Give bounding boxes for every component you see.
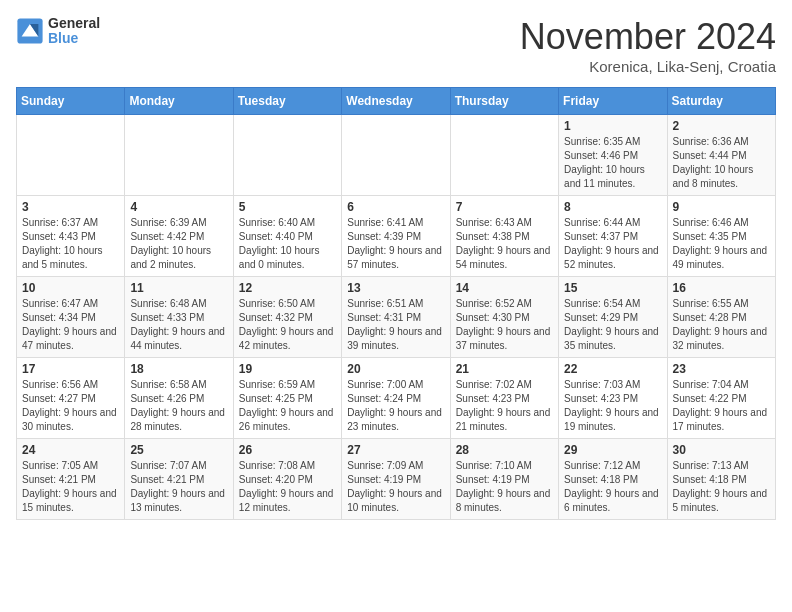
day-number: 15 (564, 281, 661, 295)
day-info: Sunrise: 6:35 AM Sunset: 4:46 PM Dayligh… (564, 135, 661, 191)
day-number: 12 (239, 281, 336, 295)
day-number: 22 (564, 362, 661, 376)
day-info: Sunrise: 6:56 AM Sunset: 4:27 PM Dayligh… (22, 378, 119, 434)
calendar-cell (233, 115, 341, 196)
day-number: 29 (564, 443, 661, 457)
day-number: 10 (22, 281, 119, 295)
header-saturday: Saturday (667, 88, 775, 115)
day-number: 30 (673, 443, 770, 457)
day-number: 21 (456, 362, 553, 376)
day-number: 17 (22, 362, 119, 376)
title-area: November 2024 Korenica, Lika-Senj, Croat… (520, 16, 776, 75)
calendar-cell: 22Sunrise: 7:03 AM Sunset: 4:23 PM Dayli… (559, 358, 667, 439)
calendar-cell: 1Sunrise: 6:35 AM Sunset: 4:46 PM Daylig… (559, 115, 667, 196)
day-number: 13 (347, 281, 444, 295)
header-sunday: Sunday (17, 88, 125, 115)
calendar-cell: 5Sunrise: 6:40 AM Sunset: 4:40 PM Daylig… (233, 196, 341, 277)
day-number: 16 (673, 281, 770, 295)
calendar-cell: 30Sunrise: 7:13 AM Sunset: 4:18 PM Dayli… (667, 439, 775, 520)
day-info: Sunrise: 6:55 AM Sunset: 4:28 PM Dayligh… (673, 297, 770, 353)
calendar-cell: 2Sunrise: 6:36 AM Sunset: 4:44 PM Daylig… (667, 115, 775, 196)
day-info: Sunrise: 6:47 AM Sunset: 4:34 PM Dayligh… (22, 297, 119, 353)
calendar-cell: 23Sunrise: 7:04 AM Sunset: 4:22 PM Dayli… (667, 358, 775, 439)
week-row-2: 10Sunrise: 6:47 AM Sunset: 4:34 PM Dayli… (17, 277, 776, 358)
calendar-cell: 29Sunrise: 7:12 AM Sunset: 4:18 PM Dayli… (559, 439, 667, 520)
day-info: Sunrise: 6:54 AM Sunset: 4:29 PM Dayligh… (564, 297, 661, 353)
day-info: Sunrise: 7:13 AM Sunset: 4:18 PM Dayligh… (673, 459, 770, 515)
month-title: November 2024 (520, 16, 776, 58)
day-number: 26 (239, 443, 336, 457)
week-row-4: 24Sunrise: 7:05 AM Sunset: 4:21 PM Dayli… (17, 439, 776, 520)
logo-icon (16, 17, 44, 45)
day-info: Sunrise: 7:05 AM Sunset: 4:21 PM Dayligh… (22, 459, 119, 515)
calendar-header: SundayMondayTuesdayWednesdayThursdayFrid… (17, 88, 776, 115)
calendar-cell: 19Sunrise: 6:59 AM Sunset: 4:25 PM Dayli… (233, 358, 341, 439)
day-number: 25 (130, 443, 227, 457)
calendar-cell: 28Sunrise: 7:10 AM Sunset: 4:19 PM Dayli… (450, 439, 558, 520)
calendar-cell: 12Sunrise: 6:50 AM Sunset: 4:32 PM Dayli… (233, 277, 341, 358)
header-wednesday: Wednesday (342, 88, 450, 115)
day-info: Sunrise: 6:59 AM Sunset: 4:25 PM Dayligh… (239, 378, 336, 434)
day-number: 28 (456, 443, 553, 457)
day-info: Sunrise: 6:48 AM Sunset: 4:33 PM Dayligh… (130, 297, 227, 353)
calendar-cell: 4Sunrise: 6:39 AM Sunset: 4:42 PM Daylig… (125, 196, 233, 277)
header-thursday: Thursday (450, 88, 558, 115)
calendar-table: SundayMondayTuesdayWednesdayThursdayFrid… (16, 87, 776, 520)
day-info: Sunrise: 7:04 AM Sunset: 4:22 PM Dayligh… (673, 378, 770, 434)
day-number: 24 (22, 443, 119, 457)
calendar-cell: 14Sunrise: 6:52 AM Sunset: 4:30 PM Dayli… (450, 277, 558, 358)
header-friday: Friday (559, 88, 667, 115)
calendar-cell: 6Sunrise: 6:41 AM Sunset: 4:39 PM Daylig… (342, 196, 450, 277)
day-number: 27 (347, 443, 444, 457)
day-number: 18 (130, 362, 227, 376)
day-number: 2 (673, 119, 770, 133)
week-row-1: 3Sunrise: 6:37 AM Sunset: 4:43 PM Daylig… (17, 196, 776, 277)
calendar-cell: 11Sunrise: 6:48 AM Sunset: 4:33 PM Dayli… (125, 277, 233, 358)
location-subtitle: Korenica, Lika-Senj, Croatia (520, 58, 776, 75)
calendar-cell: 26Sunrise: 7:08 AM Sunset: 4:20 PM Dayli… (233, 439, 341, 520)
logo-blue: Blue (48, 31, 100, 46)
day-info: Sunrise: 6:36 AM Sunset: 4:44 PM Dayligh… (673, 135, 770, 191)
day-info: Sunrise: 7:09 AM Sunset: 4:19 PM Dayligh… (347, 459, 444, 515)
day-info: Sunrise: 6:41 AM Sunset: 4:39 PM Dayligh… (347, 216, 444, 272)
logo: General Blue (16, 16, 100, 47)
calendar-cell: 10Sunrise: 6:47 AM Sunset: 4:34 PM Dayli… (17, 277, 125, 358)
day-number: 7 (456, 200, 553, 214)
calendar-cell: 17Sunrise: 6:56 AM Sunset: 4:27 PM Dayli… (17, 358, 125, 439)
day-number: 6 (347, 200, 444, 214)
calendar-cell (342, 115, 450, 196)
day-info: Sunrise: 7:12 AM Sunset: 4:18 PM Dayligh… (564, 459, 661, 515)
logo-general: General (48, 16, 100, 31)
day-number: 9 (673, 200, 770, 214)
calendar-cell: 3Sunrise: 6:37 AM Sunset: 4:43 PM Daylig… (17, 196, 125, 277)
header-row: SundayMondayTuesdayWednesdayThursdayFrid… (17, 88, 776, 115)
day-info: Sunrise: 7:07 AM Sunset: 4:21 PM Dayligh… (130, 459, 227, 515)
day-info: Sunrise: 6:52 AM Sunset: 4:30 PM Dayligh… (456, 297, 553, 353)
calendar-cell: 15Sunrise: 6:54 AM Sunset: 4:29 PM Dayli… (559, 277, 667, 358)
day-number: 14 (456, 281, 553, 295)
calendar-cell: 13Sunrise: 6:51 AM Sunset: 4:31 PM Dayli… (342, 277, 450, 358)
day-info: Sunrise: 6:58 AM Sunset: 4:26 PM Dayligh… (130, 378, 227, 434)
calendar-cell: 25Sunrise: 7:07 AM Sunset: 4:21 PM Dayli… (125, 439, 233, 520)
header-monday: Monday (125, 88, 233, 115)
calendar-cell (450, 115, 558, 196)
calendar-cell (17, 115, 125, 196)
day-info: Sunrise: 6:39 AM Sunset: 4:42 PM Dayligh… (130, 216, 227, 272)
day-info: Sunrise: 7:00 AM Sunset: 4:24 PM Dayligh… (347, 378, 444, 434)
calendar-cell: 20Sunrise: 7:00 AM Sunset: 4:24 PM Dayli… (342, 358, 450, 439)
calendar-cell (125, 115, 233, 196)
day-info: Sunrise: 6:46 AM Sunset: 4:35 PM Dayligh… (673, 216, 770, 272)
week-row-0: 1Sunrise: 6:35 AM Sunset: 4:46 PM Daylig… (17, 115, 776, 196)
day-info: Sunrise: 6:51 AM Sunset: 4:31 PM Dayligh… (347, 297, 444, 353)
day-info: Sunrise: 7:08 AM Sunset: 4:20 PM Dayligh… (239, 459, 336, 515)
calendar-cell: 16Sunrise: 6:55 AM Sunset: 4:28 PM Dayli… (667, 277, 775, 358)
day-info: Sunrise: 6:40 AM Sunset: 4:40 PM Dayligh… (239, 216, 336, 272)
calendar-body: 1Sunrise: 6:35 AM Sunset: 4:46 PM Daylig… (17, 115, 776, 520)
day-info: Sunrise: 7:02 AM Sunset: 4:23 PM Dayligh… (456, 378, 553, 434)
calendar-cell: 7Sunrise: 6:43 AM Sunset: 4:38 PM Daylig… (450, 196, 558, 277)
day-number: 8 (564, 200, 661, 214)
day-number: 3 (22, 200, 119, 214)
day-info: Sunrise: 6:50 AM Sunset: 4:32 PM Dayligh… (239, 297, 336, 353)
week-row-3: 17Sunrise: 6:56 AM Sunset: 4:27 PM Dayli… (17, 358, 776, 439)
day-number: 4 (130, 200, 227, 214)
